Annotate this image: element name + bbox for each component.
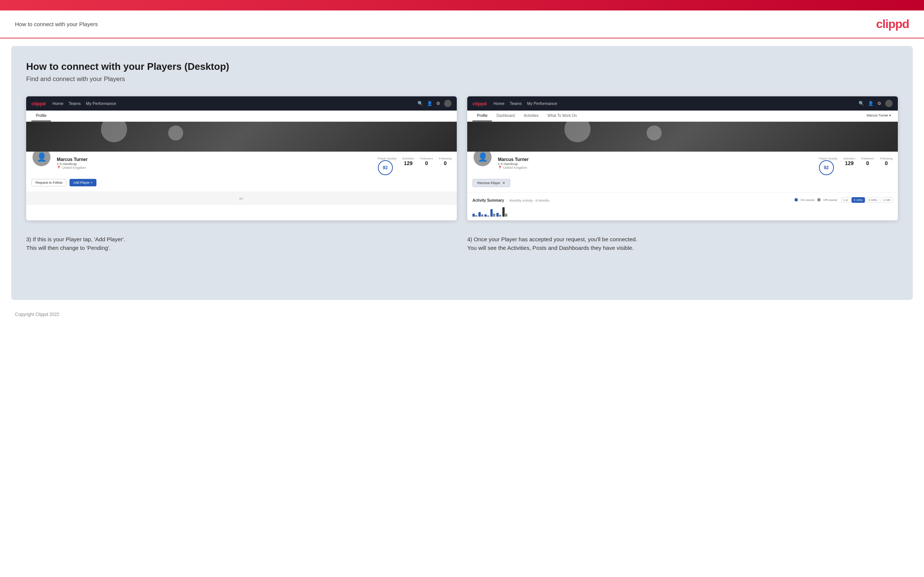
time-1mth[interactable]: 1 mth xyxy=(880,197,893,203)
pencil-icon-1: ✏ xyxy=(239,196,244,201)
app-nav-icons-1: 🔍 👤 ⚙ xyxy=(418,100,452,107)
bar-oncourse-1 xyxy=(472,214,475,217)
screenshots-row: clippd Home Teams My Performance 🔍 👤 ⚙ P… xyxy=(26,96,898,220)
nav-home-1[interactable]: Home xyxy=(52,101,63,106)
stat-following-2: Following 0 xyxy=(880,157,893,166)
caption-3: 3) If this is your Player tap, 'Add Play… xyxy=(26,235,457,252)
nav-teams-1[interactable]: Teams xyxy=(69,101,81,106)
bar-offcourse-1 xyxy=(475,215,477,217)
app-logo-2: clippd xyxy=(472,101,487,106)
activity-header-2: Activity Summary Monthly Activity - 6 Mo… xyxy=(472,197,893,203)
app-tabs-2: Profile Dashboard Activities What To Wor… xyxy=(467,111,898,122)
top-bar xyxy=(0,0,924,10)
user-dropdown-2[interactable]: Marcus Turner ▾ xyxy=(865,111,893,121)
nav-teams-2[interactable]: Teams xyxy=(510,101,522,106)
app-nav-icons-2: 🔍 👤 ⚙ xyxy=(859,100,893,107)
app-logo-1: clippd xyxy=(31,101,45,106)
activity-bars-2 xyxy=(472,206,893,217)
bar-oncourse-4 xyxy=(490,209,493,217)
app-nav-links-1: Home Teams My Performance xyxy=(52,101,418,106)
bar-oncourse-5 xyxy=(496,213,499,217)
profile-handicap-2: 1-5 Handicap xyxy=(498,162,814,166)
bar-oncourse-6 xyxy=(502,207,505,217)
header-title: How to connect with your Players xyxy=(15,21,98,27)
user-icon-2[interactable]: 👤 xyxy=(868,101,874,106)
profile-section-1: 👤 Marcus Turner 1-5 Handicap 📍 United Ki… xyxy=(26,152,457,192)
time-3mths[interactable]: 3 mths xyxy=(866,197,880,203)
settings-icon-1[interactable]: ⚙ xyxy=(436,101,440,106)
search-icon-2[interactable]: 🔍 xyxy=(859,101,864,106)
hero-banner-2 xyxy=(467,122,898,152)
stat-act-value-1: 129 xyxy=(402,160,414,166)
stat-activities-1: Activities 129 xyxy=(402,157,414,166)
bar-group-2 xyxy=(478,212,483,217)
profile-buttons-1: Request to Follow Add Player + xyxy=(31,179,452,186)
nav-home-2[interactable]: Home xyxy=(493,101,504,106)
clippd-logo: clippd xyxy=(876,17,909,31)
request-follow-button[interactable]: Request to Follow xyxy=(31,179,66,186)
tab-activities-2[interactable]: Activities xyxy=(519,111,543,121)
tab-profile-2[interactable]: Profile xyxy=(472,111,492,121)
copyright-text: Copyright Clippd 2022 xyxy=(15,312,60,317)
stat-fol-value-1: 0 xyxy=(420,160,433,166)
stat-folg-value-2: 0 xyxy=(880,160,893,166)
bar-offcourse-4 xyxy=(493,214,495,217)
nav-my-performance-1[interactable]: My Performance xyxy=(86,101,116,106)
page-subheading: Find and connect with your Players xyxy=(26,76,898,83)
page-heading: How to connect with your Players (Deskto… xyxy=(26,61,898,73)
stat-fol-label-1: Followers xyxy=(420,157,433,160)
time-1yr[interactable]: 1 yr xyxy=(841,197,850,203)
settings-icon-2[interactable]: ⚙ xyxy=(877,101,881,106)
caption-block-3: 3) If this is your Player tap, 'Add Play… xyxy=(26,232,457,256)
tab-what-to-work-on-2[interactable]: What To Work On xyxy=(543,111,582,121)
screenshot-panel-1: clippd Home Teams My Performance 🔍 👤 ⚙ P… xyxy=(26,96,457,220)
bar-group-4 xyxy=(490,209,495,217)
hero-circle-1 xyxy=(101,122,127,142)
tab-profile-1[interactable]: Profile xyxy=(31,111,51,121)
add-player-button[interactable]: Add Player + xyxy=(69,179,97,186)
profile-name-2: Marcus Turner xyxy=(498,157,814,162)
remove-player-label: Remove Player xyxy=(477,181,501,185)
caption-4: 4) Once your Player has accepted your re… xyxy=(467,235,898,252)
main-content: How to connect with your Players (Deskto… xyxy=(11,46,913,300)
search-icon-1[interactable]: 🔍 xyxy=(418,101,423,106)
stat-activities-2: Activities 129 xyxy=(843,157,855,166)
quality-value-1: 92 xyxy=(383,165,388,170)
remove-player-button[interactable]: Remove Player ✕ xyxy=(472,179,510,187)
app-nav-links-2: Home Teams My Performance xyxy=(493,101,859,106)
tab-dashboard-2[interactable]: Dashboard xyxy=(492,111,519,121)
stat-followers-1: Followers 0 xyxy=(420,157,433,166)
on-course-legend-dot xyxy=(795,198,798,201)
quality-value-2: 92 xyxy=(824,165,829,170)
time-6mths[interactable]: 6 mths xyxy=(851,197,865,203)
user-icon-1[interactable]: 👤 xyxy=(427,101,433,106)
bar-group-1 xyxy=(472,214,477,217)
location-text-2: United Kingdom xyxy=(503,166,527,169)
on-course-label: On course xyxy=(801,198,814,201)
activity-title-2: Activity Summary Monthly Activity - 6 Mo… xyxy=(472,197,549,203)
hero-banner-1 xyxy=(26,122,457,152)
stat-folg-value-1: 0 xyxy=(439,160,452,166)
hero-circle-4 xyxy=(647,126,662,140)
stat-act-value-2: 129 xyxy=(843,160,855,166)
captions-row: 3) If this is your Player tap, 'Add Play… xyxy=(26,232,898,256)
activity-section-2: Activity Summary Monthly Activity - 6 Mo… xyxy=(467,192,898,220)
caption-block-4: 4) Once your Player has accepted your re… xyxy=(467,232,898,256)
profile-info-2: Marcus Turner 1-5 Handicap 📍 United King… xyxy=(498,155,814,169)
profile-top-1: 👤 Marcus Turner 1-5 Handicap 📍 United Ki… xyxy=(31,155,452,175)
activity-title-text-2: Activity Summary xyxy=(472,198,504,202)
avatar-1[interactable] xyxy=(444,100,452,107)
location-pin-icon-2: 📍 xyxy=(498,166,502,169)
activity-subtitle-2: Monthly Activity - 6 Months xyxy=(509,199,549,202)
bar-oncourse-2 xyxy=(478,212,481,217)
avatar-icon-2: 👤 xyxy=(478,152,488,162)
profile-name-1: Marcus Turner xyxy=(57,157,373,162)
stat-act-label-2: Activities xyxy=(843,157,855,160)
hero-circle-2 xyxy=(168,126,183,140)
avatar-2[interactable] xyxy=(885,100,893,107)
nav-my-performance-2[interactable]: My Performance xyxy=(527,101,557,106)
stat-folg-label-1: Following xyxy=(439,157,452,160)
bar-offcourse-2 xyxy=(481,214,483,217)
remove-player-x-icon: ✕ xyxy=(502,181,506,185)
stat-act-label-1: Activities xyxy=(402,157,414,160)
